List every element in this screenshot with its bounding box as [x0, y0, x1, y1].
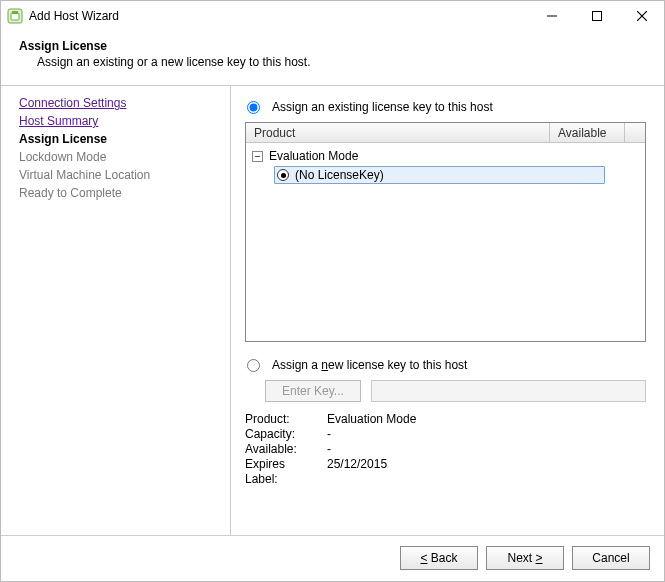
window-title: Add Host Wizard: [29, 9, 119, 23]
minimize-button[interactable]: [529, 1, 574, 31]
assign-existing-radio[interactable]: [247, 101, 260, 114]
step-assign-license: Assign License: [19, 130, 220, 148]
enter-key-button: Enter Key...: [265, 380, 361, 402]
svg-rect-2: [12, 11, 18, 14]
assign-existing-radio-row[interactable]: Assign an existing license key to this h…: [245, 100, 646, 114]
column-available[interactable]: Available: [550, 123, 625, 142]
svg-rect-4: [592, 12, 601, 21]
license-item-label: (No LicenseKey): [295, 168, 384, 182]
wizard-steps-sidebar: Connection Settings Host Summary Assign …: [1, 86, 231, 535]
info-available-value: -: [327, 442, 646, 456]
license-tree-header: Product Available: [246, 123, 645, 143]
license-group-row[interactable]: − Evaluation Mode: [252, 147, 639, 165]
next-button[interactable]: Next >: [486, 546, 564, 570]
info-expires-label: Expires: [245, 457, 315, 471]
step-lockdown-mode: Lockdown Mode: [19, 148, 220, 166]
page-subtitle: Assign an existing or a new license key …: [19, 55, 664, 69]
license-tree[interactable]: Product Available − Evaluation Mode (No …: [245, 122, 646, 342]
info-expires-value: 25/12/2015: [327, 457, 646, 471]
titlebar: Add Host Wizard: [1, 1, 664, 31]
cancel-button[interactable]: Cancel: [572, 546, 650, 570]
column-spacer: [625, 123, 645, 142]
license-info: Product: Evaluation Mode Capacity: - Ava…: [245, 412, 646, 486]
info-label-label: Label:: [245, 472, 315, 486]
info-capacity-label: Capacity:: [245, 427, 315, 441]
info-product-label: Product:: [245, 412, 315, 426]
step-ready-complete: Ready to Complete: [19, 184, 220, 202]
wizard-header: Assign License Assign an existing or a n…: [1, 31, 664, 86]
step-vm-location: Virtual Machine Location: [19, 166, 220, 184]
wizard-footer: < Back Next > Cancel: [1, 536, 664, 580]
license-key-input: [371, 380, 646, 402]
info-capacity-value: -: [327, 427, 646, 441]
license-item-row[interactable]: (No LicenseKey): [274, 165, 639, 185]
info-available-label: Available:: [245, 442, 315, 456]
selected-radio-icon: [277, 169, 289, 181]
app-icon: [7, 8, 23, 24]
license-group-label: Evaluation Mode: [269, 147, 358, 165]
assign-existing-label: Assign an existing license key to this h…: [272, 100, 493, 114]
assign-new-label: Assign a new license key to this host: [272, 358, 467, 372]
info-label-value: [327, 472, 646, 486]
back-button[interactable]: < Back: [400, 546, 478, 570]
svg-rect-1: [11, 13, 19, 20]
assign-new-radio[interactable]: [247, 359, 260, 372]
step-connection-settings[interactable]: Connection Settings: [19, 94, 220, 112]
step-host-summary[interactable]: Host Summary: [19, 112, 220, 130]
wizard-main-panel: Assign an existing license key to this h…: [231, 86, 664, 535]
expander-collapse-icon[interactable]: −: [252, 151, 263, 162]
page-title: Assign License: [19, 39, 664, 53]
info-product-value: Evaluation Mode: [327, 412, 646, 426]
column-product[interactable]: Product: [246, 123, 550, 142]
maximize-button[interactable]: [574, 1, 619, 31]
close-button[interactable]: [619, 1, 664, 31]
assign-new-radio-row[interactable]: Assign a new license key to this host: [245, 358, 646, 372]
